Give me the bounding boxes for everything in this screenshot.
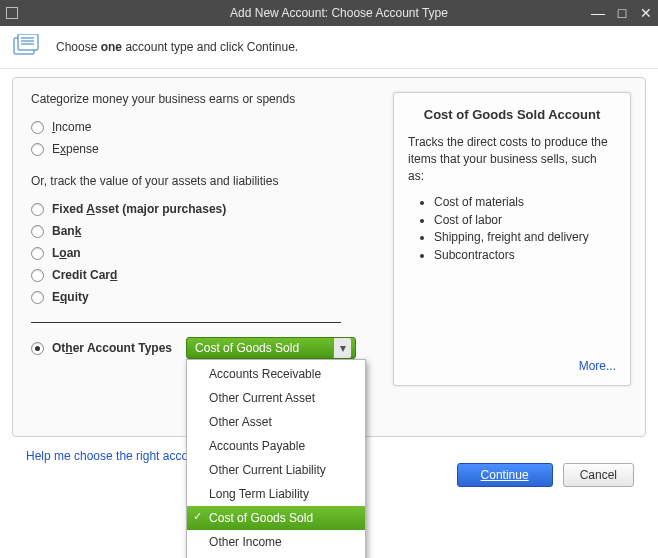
info-bullet: Cost of materials <box>434 194 616 211</box>
dropdown-option[interactable]: Other Current Asset <box>187 386 365 410</box>
account-type-panel: Categorize money your business earns or … <box>12 77 646 437</box>
radio-other-account-types[interactable]: Other Account Types <box>31 341 172 355</box>
radio-bank-label: Bank <box>52 224 81 238</box>
dropdown-option[interactable]: Accounts Receivable <box>187 362 365 386</box>
radio-icon <box>31 342 44 355</box>
radio-fixed-asset-label: Fixed Asset (major purchases) <box>52 202 226 216</box>
radio-credit-card-label: Credit Card <box>52 268 117 282</box>
dropdown-option[interactable]: Accounts Payable <box>187 434 365 458</box>
radio-icon <box>31 225 44 238</box>
other-account-type-dropdown[interactable]: Cost of Goods Sold ▾ Accounts Receivable… <box>186 337 356 359</box>
radio-income-label: Income <box>52 120 91 134</box>
window-title: Add New Account: Choose Account Type <box>26 6 652 20</box>
titlebar: Add New Account: Choose Account Type — □… <box>0 0 658 26</box>
dropdown-menu: Accounts ReceivableOther Current AssetOt… <box>186 359 366 558</box>
instruction-header: Choose one account type and click Contin… <box>0 26 658 69</box>
radio-fixed-asset[interactable]: Fixed Asset (major purchases) <box>31 198 361 220</box>
more-link[interactable]: More... <box>579 359 616 373</box>
info-bullet: Subcontractors <box>434 247 616 264</box>
radio-icon <box>31 121 44 134</box>
section-track-label: Or, track the value of your assets and l… <box>31 174 361 188</box>
dropdown-option[interactable]: Other Current Liability <box>187 458 365 482</box>
divider <box>31 322 341 323</box>
cancel-button[interactable]: Cancel <box>563 463 634 487</box>
section-categorize-label: Categorize money your business earns or … <box>31 92 361 106</box>
info-bullet: Cost of labor <box>434 212 616 229</box>
radio-icon <box>31 291 44 304</box>
account-info-card: Cost of Goods Sold Account Tracks the di… <box>393 92 631 386</box>
continue-button[interactable]: Continue <box>457 463 553 487</box>
radio-loan[interactable]: Loan <box>31 242 361 264</box>
radio-expense-label: Expense <box>52 142 99 156</box>
radio-icon <box>31 143 44 156</box>
dropdown-option[interactable]: Long Term Liability <box>187 482 365 506</box>
dropdown-option[interactable]: Other Income <box>187 530 365 554</box>
radio-credit-card[interactable]: Credit Card <box>31 264 361 286</box>
accounts-icon <box>12 34 44 60</box>
radio-loan-label: Loan <box>52 246 81 260</box>
radio-bank[interactable]: Bank <box>31 220 361 242</box>
info-card-bullets: Cost of materialsCost of laborShipping, … <box>408 194 616 264</box>
radio-income[interactable]: Income <box>31 116 361 138</box>
instruction-text: Choose one account type and click Contin… <box>56 40 298 54</box>
radio-icon <box>31 269 44 282</box>
info-bullet: Shipping, freight and delivery <box>434 229 616 246</box>
dropdown-option[interactable]: Other Expense <box>187 554 365 558</box>
maximize-button[interactable]: □ <box>614 5 630 21</box>
system-menu-icon[interactable] <box>6 7 18 19</box>
radio-equity-label: Equity <box>52 290 89 304</box>
chevron-down-icon: ▾ <box>333 338 351 358</box>
radio-expense[interactable]: Expense <box>31 138 361 160</box>
close-button[interactable]: ✕ <box>638 5 654 21</box>
radio-icon <box>31 203 44 216</box>
minimize-button[interactable]: — <box>590 5 606 21</box>
info-card-desc: Tracks the direct costs to produce the i… <box>408 134 616 184</box>
radio-other-label: Other Account Types <box>52 341 172 355</box>
radio-equity[interactable]: Equity <box>31 286 361 308</box>
info-card-title: Cost of Goods Sold Account <box>408 107 616 122</box>
radio-icon <box>31 247 44 260</box>
svg-rect-1 <box>18 34 38 50</box>
dropdown-option[interactable]: Cost of Goods Sold <box>187 506 365 530</box>
dropdown-selected-value: Cost of Goods Sold <box>195 341 299 355</box>
dropdown-option[interactable]: Other Asset <box>187 410 365 434</box>
